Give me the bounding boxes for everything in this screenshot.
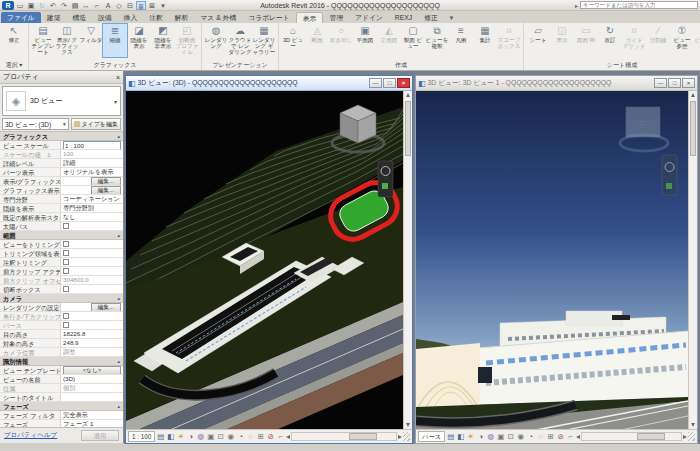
scroll-right-icon[interactable] (398, 435, 402, 439)
edit-type-button[interactable]: ▧ タイプを編集 (71, 118, 121, 130)
property-value[interactable]: 編集... (60, 186, 123, 194)
reveal-constraints-icon[interactable]: ⌐ (566, 432, 575, 441)
property-value[interactable]: コーディネーション (60, 195, 123, 203)
property-group-header[interactable]: フェーズ▴ (0, 402, 123, 411)
show-rendering-dialog-icon[interactable]: ◍ (486, 432, 495, 441)
reveal-hidden-elements-icon[interactable]: ◌ (246, 432, 255, 441)
property-value[interactable]: 100 (60, 150, 123, 158)
tab-管理[interactable]: 管理 (323, 12, 349, 23)
plan-view-button[interactable]: ▣平面図 (353, 24, 377, 57)
property-value[interactable]: オリジナルを表示 (60, 168, 123, 176)
elevation-button[interactable]: ◭立面図 (377, 24, 401, 57)
measure-icon[interactable]: ↔ (81, 1, 91, 10)
property-value[interactable] (60, 249, 123, 257)
property-value[interactable] (60, 393, 123, 401)
property-value[interactable] (60, 321, 123, 329)
shadows-icon[interactable]: ◑ (186, 432, 195, 441)
tab-設備[interactable]: 設備 (92, 12, 118, 23)
scroll-down-icon[interactable] (689, 421, 697, 429)
tab-解析[interactable]: 解析 (169, 12, 195, 23)
tab-コラボレート[interactable]: コラボレート (242, 12, 296, 23)
scroll-thumb[interactable] (690, 101, 696, 156)
panel-label[interactable]: 作成 (279, 61, 523, 70)
show-crop-region-icon[interactable]: ⊡ (216, 432, 225, 441)
3d-view-button[interactable]: ⌂3D ビュー (281, 24, 305, 57)
edit-button[interactable]: 編集... (91, 186, 121, 194)
scroll-up-icon[interactable] (689, 91, 697, 99)
legends-button[interactable]: ≡凡例 (449, 24, 473, 57)
text-icon[interactable]: A (103, 1, 113, 10)
panel-label[interactable]: シート構成 (524, 61, 700, 70)
cut-profile-button[interactable]: ◰切断面 プロファイル (175, 24, 199, 57)
minimize-button[interactable]: — (654, 78, 667, 88)
show-analytical-model-icon[interactable]: ⊘ (556, 432, 565, 441)
scroll-left-icon[interactable] (576, 435, 580, 439)
value-input[interactable]: 1 : 100 (63, 141, 121, 149)
close-button[interactable]: × (397, 78, 410, 88)
scope-box-button[interactable]: ⌗スコープ ボックス (497, 24, 521, 57)
checkbox[interactable] (63, 313, 69, 319)
search-input[interactable] (580, 1, 698, 9)
revit-logo[interactable]: R (2, 1, 14, 10)
value-button[interactable]: <なし> (63, 366, 121, 374)
panel-label[interactable]: プレゼンテーション (202, 61, 278, 70)
edit-button[interactable]: 編集... (91, 177, 121, 185)
viewport-button[interactable]: ⊡ビューポート (694, 24, 700, 57)
property-value[interactable]: フェーズ 1 (60, 420, 123, 427)
thin-lines-button[interactable]: ≣細線 (103, 24, 127, 57)
tab-アドイン[interactable]: アドイン (349, 12, 389, 23)
lock-3d-view-icon[interactable]: ◉ (516, 432, 525, 441)
render-gallery-button[interactable]: ▦レンダリング ギャラリー (252, 24, 276, 57)
property-value[interactable]: 1 : 100 (60, 141, 123, 149)
reveal-constraints-icon[interactable]: ⌐ (276, 432, 285, 441)
view2-canvas[interactable]: 右 (416, 91, 688, 429)
redo-icon[interactable]: ↷ (59, 1, 69, 10)
property-group-header[interactable]: カメラ▴ (0, 294, 123, 303)
properties-help-link[interactable]: プロパティヘルプ (4, 431, 57, 440)
modify-button[interactable]: ↖修正 (2, 24, 26, 57)
filter-button[interactable]: ▽フィルタ (79, 24, 103, 57)
panel-label[interactable]: 選択 ▾ (0, 61, 28, 70)
apply-button[interactable]: 適用 (81, 430, 119, 441)
save-icon[interactable]: ▣ (26, 1, 36, 10)
default-3d-view-icon[interactable]: ◇ (114, 1, 124, 10)
property-value[interactable]: 詳細 (60, 159, 123, 167)
drafting-view-button[interactable]: ▢製図 ビュー (401, 24, 425, 57)
view1-vertical-scrollbar[interactable] (403, 91, 412, 429)
tab-REXJ[interactable]: REXJ (389, 12, 418, 23)
property-value[interactable] (60, 240, 123, 248)
checkbox[interactable] (63, 268, 69, 274)
visual-style-icon[interactable]: ◧ (456, 432, 465, 441)
property-value[interactable]: 304800.0 (60, 276, 123, 284)
duplicate-view-button[interactable]: ⧉ビューを 複製 (425, 24, 449, 57)
detail-level-icon[interactable]: ▤ (446, 432, 455, 441)
open-icon[interactable]: ▭ (15, 1, 25, 10)
render-button[interactable]: ◍レンダリング (204, 24, 228, 57)
checkbox[interactable] (63, 241, 69, 247)
scroll-up-icon[interactable] (404, 91, 412, 99)
chevron-down-icon[interactable]: ▾ (114, 98, 117, 105)
view-scale-button[interactable]: パース (418, 431, 445, 442)
property-value[interactable] (60, 222, 123, 230)
property-value[interactable]: <なし> (60, 366, 123, 374)
resize-grip[interactable] (688, 432, 695, 441)
show-rendering-dialog-icon[interactable]: ◍ (196, 432, 205, 441)
tab-ファイル[interactable]: ファイル (1, 12, 41, 23)
thin-lines-icon[interactable]: ≣ (136, 1, 146, 10)
matchline-button[interactable]: ∕分割線 (646, 24, 670, 57)
temporary-hide-isolate-icon[interactable]: ◔ (236, 432, 245, 441)
type-selector[interactable]: ◈ 3D ビュー ▾ (2, 86, 121, 116)
render-in-cloud-button[interactable]: ☁クラウドで レンダリング (228, 24, 252, 57)
property-group-header[interactable]: グラフィックス▴ (0, 132, 123, 141)
aligned-dimension-icon[interactable]: ⌐ (92, 1, 102, 10)
navigation-bar[interactable] (378, 161, 393, 197)
print-icon[interactable]: ▤ (70, 1, 80, 10)
property-value[interactable] (60, 312, 123, 320)
restore-button[interactable]: □ (668, 78, 681, 88)
temporary-view-properties-icon[interactable]: ⊞ (546, 432, 555, 441)
scroll-thumb[interactable] (349, 433, 377, 440)
tab-マス & 外構[interactable]: マス & 外構 (194, 12, 242, 23)
panel-label[interactable]: グラフィックス (29, 61, 201, 70)
checkbox[interactable] (63, 286, 69, 292)
lock-3d-view-icon[interactable]: ◉ (226, 432, 235, 441)
